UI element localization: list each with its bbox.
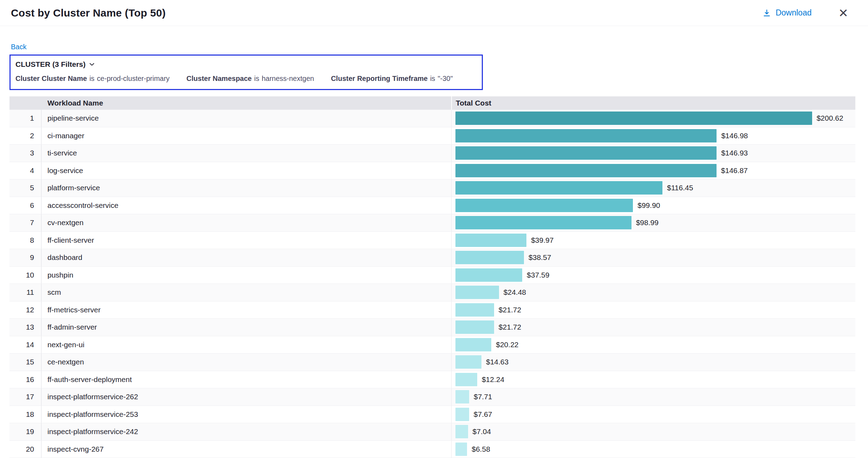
row-workload-name: inspect-platformservice-253: [41, 406, 451, 423]
table-row: 4 log-service $146.87: [9, 162, 855, 180]
filter-item: Cluster Cluster Name is ce-prod-cluster-…: [15, 75, 170, 83]
row-cost-cell: $21.72: [451, 301, 855, 319]
row-cost-cell: $146.98: [451, 127, 855, 145]
cost-value: $7.04: [473, 427, 491, 436]
filter-field: Cluster Namespace: [187, 75, 252, 83]
cost-table: Workload Name Total Cost 1 pipeline-serv…: [9, 96, 855, 458]
download-button[interactable]: Download: [762, 8, 811, 18]
table-body: 1 pipeline-service $200.62 2 ci-manager …: [9, 110, 855, 458]
cost-value: $37.59: [527, 271, 549, 279]
cost-bar[interactable]: [455, 286, 499, 299]
cost-bar[interactable]: [455, 408, 469, 421]
cost-bar[interactable]: [455, 129, 717, 142]
cost-value: $98.99: [636, 218, 659, 227]
table-row: 9 dashboard $38.57: [9, 249, 855, 267]
cost-bar[interactable]: [455, 303, 494, 317]
table-header-row: Workload Name Total Cost: [9, 96, 855, 110]
filter-items: Cluster Cluster Name is ce-prod-cluster-…: [15, 75, 474, 83]
row-workload-name: inspect-platformservice-242: [41, 423, 451, 440]
row-rank: 20: [9, 441, 41, 458]
cost-bar[interactable]: [455, 146, 717, 160]
rank-column-header: [9, 96, 41, 110]
row-cost-cell: $200.62: [451, 110, 855, 127]
table-row: 19 inspect-platformservice-242 $7.04: [9, 423, 855, 441]
cost-value: $21.72: [499, 323, 521, 331]
cost-value: $7.71: [474, 393, 492, 401]
row-rank: 13: [9, 319, 41, 336]
filter-group-toggle[interactable]: CLUSTER (3 Filters): [15, 60, 95, 69]
row-rank: 12: [9, 301, 41, 319]
filter-item: Cluster Reporting Timeframe is "-30": [331, 75, 453, 83]
row-rank: 11: [9, 284, 41, 301]
row-rank: 15: [9, 354, 41, 371]
row-cost-cell: $6.58: [451, 441, 855, 458]
table-row: 7 cv-nextgen $98.99: [9, 214, 855, 232]
row-cost-cell: $7.04: [451, 423, 855, 440]
table-row: 20 inspect-cvng-267 $6.58: [9, 441, 855, 458]
row-workload-name: platform-service: [41, 179, 451, 197]
cost-bar[interactable]: [455, 268, 522, 282]
row-rank: 17: [9, 388, 41, 406]
page-title: Cost by Cluster Name (Top 50): [11, 7, 166, 19]
table-row: 3 ti-service $146.93: [9, 145, 855, 162]
cost-bar[interactable]: [455, 234, 526, 247]
cost-bar[interactable]: [455, 181, 662, 195]
chevron-down-icon: [89, 63, 95, 66]
row-workload-name: ff-auth-server-deployment: [41, 371, 451, 388]
table-row: 1 pipeline-service $200.62: [9, 110, 855, 127]
row-rank: 6: [9, 197, 41, 214]
table-row: 11 scm $24.48: [9, 284, 855, 301]
close-button[interactable]: ✕: [837, 6, 850, 20]
row-rank: 8: [9, 232, 41, 249]
row-rank: 3: [9, 145, 41, 162]
cost-bar[interactable]: [455, 216, 631, 229]
cost-bar[interactable]: [455, 390, 469, 403]
cost-bar[interactable]: [455, 443, 467, 456]
header-actions: Download ✕: [762, 6, 850, 20]
back-link[interactable]: Back: [11, 43, 26, 51]
row-workload-name: ti-service: [41, 145, 451, 162]
cost-bar[interactable]: [455, 320, 494, 334]
table-row: 16 ff-auth-server-deployment $12.24: [9, 371, 855, 389]
cost-bar[interactable]: [455, 338, 491, 351]
cost-value: $39.97: [531, 236, 553, 244]
row-rank: 19: [9, 423, 41, 440]
cost-value: $116.45: [667, 184, 693, 192]
filter-box: CLUSTER (3 Filters) Cluster Cluster Name…: [9, 55, 483, 90]
row-workload-name: ff-admin-server: [41, 319, 451, 336]
workload-name-column-header: Workload Name: [41, 96, 451, 110]
cost-bar[interactable]: [455, 112, 812, 125]
row-cost-cell: $20.22: [451, 336, 855, 354]
cost-bar[interactable]: [455, 199, 633, 212]
cost-value: $12.24: [482, 375, 504, 384]
row-cost-cell: $14.63: [451, 354, 855, 371]
filter-operator: is: [430, 75, 435, 83]
row-workload-name: ff-metrics-server: [41, 301, 451, 319]
row-rank: 2: [9, 127, 41, 145]
cost-value: $7.67: [474, 410, 492, 419]
row-cost-cell: $7.71: [451, 388, 855, 406]
filter-item: Cluster Namespace is harness-nextgen: [187, 75, 314, 83]
cost-value: $38.57: [529, 253, 551, 262]
row-cost-cell: $21.72: [451, 319, 855, 336]
row-workload-name: cv-nextgen: [41, 214, 451, 231]
cost-bar[interactable]: [455, 355, 481, 369]
table-row: 14 next-gen-ui $20.22: [9, 336, 855, 354]
row-cost-cell: $7.67: [451, 406, 855, 423]
filter-operator: is: [254, 75, 259, 83]
row-rank: 7: [9, 214, 41, 231]
cost-value: $14.63: [486, 358, 509, 366]
cost-value: $200.62: [817, 114, 843, 122]
cost-value: $24.48: [504, 288, 526, 297]
row-workload-name: ff-client-server: [41, 232, 451, 249]
row-workload-name: next-gen-ui: [41, 336, 451, 354]
cost-bar[interactable]: [455, 164, 717, 177]
row-cost-cell: $116.45: [451, 179, 855, 197]
cost-bar[interactable]: [455, 373, 477, 386]
table-row: 17 inspect-platformservice-262 $7.71: [9, 388, 855, 406]
filter-group-label: CLUSTER (3 Filters): [15, 60, 86, 69]
download-label: Download: [776, 8, 811, 18]
cost-bar[interactable]: [455, 425, 468, 438]
cost-bar[interactable]: [455, 251, 524, 264]
cost-value: $6.58: [472, 445, 490, 453]
